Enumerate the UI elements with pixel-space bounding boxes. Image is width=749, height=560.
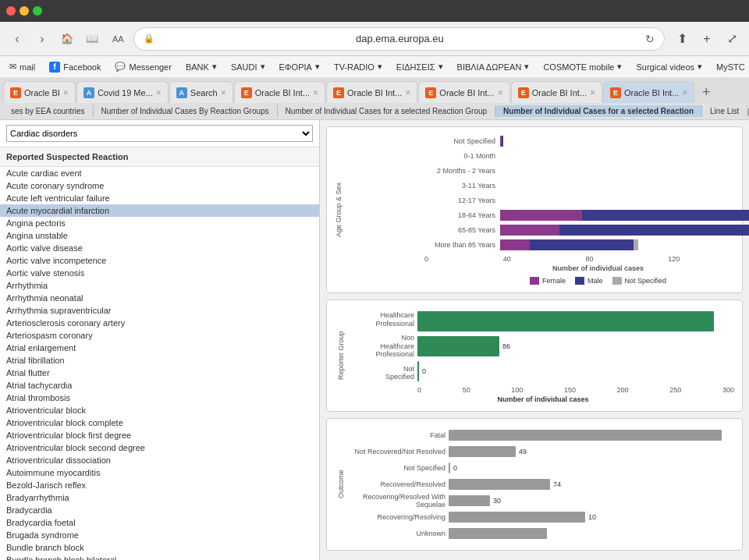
reaction-item[interactable]: Acute myocardial infarction <box>0 204 319 217</box>
tab-close-7[interactable]: × <box>682 87 687 98</box>
reaction-item[interactable]: Atrioventricular block complete <box>0 416 319 429</box>
outcome-bar-row: 10 <box>449 510 734 524</box>
bookmark-mystc[interactable]: MySTC <box>710 61 749 73</box>
bookmarks-bar: ✉ mail f Facebook 💬 Messenger BANK▾ SAUD… <box>0 56 749 78</box>
reaction-item[interactable]: Arrhythmia <box>0 279 319 292</box>
reaction-list[interactable]: Acute cardiac eventAcute coronary syndro… <box>0 167 319 560</box>
bookmark-eidhseis[interactable]: ΕΙΔΗΣΕΙΣ▾ <box>390 60 449 73</box>
reaction-item[interactable]: Aortic valve incompetence <box>0 254 319 267</box>
main-content: Cardiac disorders Reported Suspected Rea… <box>0 120 749 560</box>
back-button[interactable]: ‹ <box>6 28 28 50</box>
bookmark-saudi[interactable]: SAUDI▾ <box>225 60 272 73</box>
reaction-item[interactable]: Bradyarrhythmia <box>0 491 319 504</box>
tab-6[interactable]: E Oracle BI Int... × <box>511 81 602 103</box>
tab-5[interactable]: E Oracle BI Int... × <box>418 81 509 103</box>
reaction-item[interactable]: Arrhythmia supraventricular <box>0 304 319 317</box>
maximize-button[interactable] <box>33 6 42 16</box>
tab-close-5[interactable]: × <box>498 87 503 98</box>
bookmark-eforia[interactable]: ΕΦΟΡΙΑ▾ <box>273 60 326 73</box>
bookmark-mail[interactable]: ✉ mail <box>3 60 41 73</box>
reaction-item[interactable]: Arteriospasm coronary <box>0 329 319 342</box>
forward-button[interactable]: › <box>31 28 53 50</box>
age-chart-box: Age Group & Sex Not Specified0-1 Month2 … <box>326 126 743 293</box>
minimize-button[interactable] <box>20 6 29 16</box>
reaction-item[interactable]: Atrial tachycardia <box>0 379 319 392</box>
outcome-label: Not Specified <box>352 461 445 475</box>
reaction-item[interactable]: Atrial enlargement <box>0 342 319 354</box>
page-nav-4[interactable]: Line List <box>702 105 747 117</box>
home-button[interactable]: 🏠 <box>56 28 78 50</box>
reaction-item[interactable]: Acute cardiac event <box>0 167 319 179</box>
tab-0[interactable]: E Oracle BI × <box>3 81 76 103</box>
tab-label-2: Search <box>190 88 218 97</box>
reporter-y-title: Reporter Group <box>335 308 347 403</box>
reaction-item[interactable]: Angina pectoris <box>0 217 319 229</box>
tab-label-3: Oracle BI Int... <box>255 88 310 97</box>
page-nav-0[interactable]: ses by EEA countries <box>3 105 94 117</box>
age-chart-y-title: Age Group & Sex <box>335 135 343 285</box>
tab-icon-5: E <box>425 87 436 98</box>
reaction-item[interactable]: Atrioventricular block <box>0 404 319 416</box>
tab-close-2[interactable]: × <box>221 87 226 98</box>
tab-3[interactable]: E Oracle BI Int... × <box>234 81 325 103</box>
reaction-item[interactable]: Bundle branch block bilateral <box>0 554 319 560</box>
tab-icon-1: A <box>83 87 94 98</box>
reaction-item[interactable]: Atrial flutter <box>0 367 319 379</box>
tab-label-1: Covid 19 Me... <box>98 88 153 97</box>
browser-toolbar: ‹ › 🏠 📖 AA 🔒 dap.ema.europa.eu ↻ ⬆ + ⤢ <box>0 22 749 56</box>
bookmarks-button[interactable]: 📖 <box>81 28 103 50</box>
tab-close-0[interactable]: × <box>63 87 69 98</box>
new-tab-button[interactable]: + <box>695 81 717 103</box>
reaction-item[interactable]: Aortic valve disease <box>0 242 319 254</box>
tab-7[interactable]: E Oracle BI Int... × <box>603 81 694 103</box>
bookmark-messenger[interactable]: 💬 Messenger <box>108 60 177 73</box>
tab-close-4[interactable]: × <box>405 87 410 98</box>
bookmark-bank[interactable]: BANK▾ <box>179 60 223 73</box>
reaction-item[interactable]: Autoimmune myocarditis <box>0 466 319 479</box>
tab-icon-0: E <box>10 87 21 98</box>
share-button[interactable]: ⬆ <box>671 28 693 50</box>
address-bar[interactable]: 🔒 dap.ema.europa.eu ↻ <box>133 27 665 51</box>
reaction-item[interactable]: Brugada syndrome <box>0 529 319 541</box>
refresh-icon[interactable]: ↻ <box>645 33 655 45</box>
reaction-item[interactable]: Angina unstable <box>0 229 319 242</box>
reaction-item[interactable]: Bradycardia <box>0 504 319 516</box>
outcome-bar-row <box>449 428 734 442</box>
category-select[interactable]: Cardiac disorders <box>6 125 313 142</box>
tabs-bar: E Oracle BI × A Covid 19 Me... × A Searc… <box>0 78 749 103</box>
page-nav-1[interactable]: Number of Individual Cases By Reaction G… <box>94 105 278 117</box>
sidebar-button[interactable]: ⤢ <box>721 28 743 50</box>
reaction-item[interactable]: Atrioventricular block first degree <box>0 429 319 441</box>
new-tab-button[interactable]: + <box>696 28 718 50</box>
bookmark-biblia[interactable]: ΒΙΒΛΙΑ ΔΩΡΕΑΝ▾ <box>451 60 536 73</box>
reaction-item[interactable]: Acute coronary syndrome <box>0 179 319 192</box>
reaction-item[interactable]: Arrhythmia neonatal <box>0 292 319 304</box>
outcome-label: Fatal <box>352 428 445 442</box>
traffic-lights <box>6 6 42 16</box>
reaction-item[interactable]: Aortic valve stenosis <box>0 267 319 279</box>
reaction-item[interactable]: Atrioventricular dissociation <box>0 454 319 466</box>
reaction-item[interactable]: Bradycardia foetal <box>0 516 319 529</box>
tab-close-3[interactable]: × <box>313 87 318 98</box>
reaction-item[interactable]: Atrial fibrillation <box>0 354 319 367</box>
page-nav-3[interactable]: Number of Individual Cases for a selecte… <box>495 105 702 117</box>
reaction-item[interactable]: Arteriosclerosis coronary artery <box>0 317 319 329</box>
reaction-item[interactable]: Bundle branch block <box>0 541 319 554</box>
tab-close-6[interactable]: × <box>590 87 595 98</box>
age-x-title: Number of individual cases <box>347 264 749 272</box>
age-bar-row: 2 Months - 2 Years <box>424 165 749 177</box>
bookmark-cosmote[interactable]: COSMOTE mobile▾ <box>537 60 628 73</box>
bookmark-facebook[interactable]: f Facebook <box>43 60 107 74</box>
tab-close-1[interactable]: × <box>156 87 162 98</box>
tab-2[interactable]: A Search × <box>169 81 233 103</box>
tab-4[interactable]: E Oracle BI Int... × <box>326 81 417 103</box>
close-button[interactable] <box>6 6 16 16</box>
reaction-item[interactable]: Atrioventricular block second degree <box>0 441 319 454</box>
tab-1[interactable]: A Covid 19 Me... × <box>76 81 169 103</box>
reaction-item[interactable]: Bezold-Jarisch reflex <box>0 479 319 491</box>
reaction-item[interactable]: Acute left ventricular failure <box>0 192 319 204</box>
reaction-item[interactable]: Atrial thrombosis <box>0 392 319 404</box>
bookmark-surgical[interactable]: Surgical videos▾ <box>630 60 708 73</box>
bookmark-tv-radio[interactable]: TV-RADIO▾ <box>328 60 389 73</box>
page-nav-2[interactable]: Number of Individual Cases for a selecte… <box>278 105 495 117</box>
